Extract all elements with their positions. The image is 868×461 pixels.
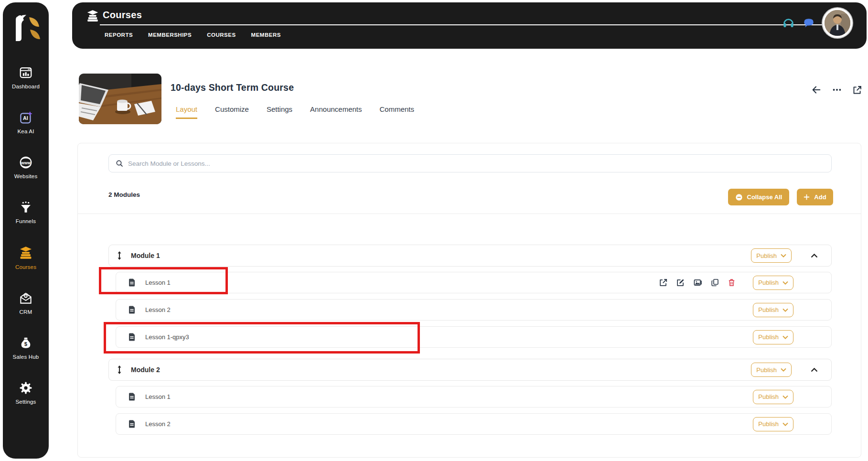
kea-ai-icon: AI <box>19 110 33 125</box>
card-divider <box>78 214 861 214</box>
tab-layout[interactable]: Layout <box>176 105 197 119</box>
header-divider <box>100 24 824 25</box>
collapse-all-label: Collapse All <box>747 193 782 201</box>
lesson-row[interactable]: Lesson 1-qpxy3 Publish <box>116 326 832 348</box>
lesson-document-icon <box>129 420 135 428</box>
back-button[interactable] <box>811 85 822 95</box>
publish-label: Publish <box>758 279 779 286</box>
tab-settings[interactable]: Settings <box>267 105 292 119</box>
delete-lesson-icon[interactable] <box>728 278 736 287</box>
publish-select[interactable]: Publish <box>751 248 792 263</box>
svg-text:$: $ <box>24 341 28 347</box>
lesson-document-icon <box>129 393 135 401</box>
sidebar-item-kea-ai[interactable]: AI Kea AI <box>3 110 49 134</box>
sidebar-item-funnels[interactable]: Funnels <box>3 200 49 224</box>
kea-logo[interactable] <box>9 12 43 45</box>
duplicate-lesson-icon[interactable] <box>711 278 719 287</box>
dashboard-icon <box>19 65 33 80</box>
user-avatar[interactable] <box>823 8 852 38</box>
svg-text:www: www <box>21 161 31 165</box>
sidebar-item-dashboard[interactable]: Dashboard <box>3 65 49 89</box>
module-name: Module 2 <box>131 366 160 374</box>
module-row-1: Module 1 Publish <box>108 245 832 267</box>
crm-icon <box>19 291 33 305</box>
headset-icon[interactable] <box>782 17 795 30</box>
search-bar <box>108 154 832 172</box>
publish-select[interactable]: Publish <box>753 276 793 290</box>
lesson-name: Lesson 1-qpxy3 <box>145 333 189 341</box>
money-bag-icon: $ <box>19 336 33 350</box>
course-layout-card: 2 Modules Collapse All Add Module 1 Publ… <box>77 143 861 458</box>
header-nav: REPORTS MEMBERSHIPS COURSES MEMBERS <box>105 32 281 38</box>
search-input[interactable] <box>128 160 808 167</box>
publish-select[interactable]: Publish <box>753 303 793 317</box>
lesson-row[interactable]: Lesson 1 Publish <box>116 272 832 293</box>
lesson-row[interactable]: Lesson 2 Publish <box>116 413 832 435</box>
collapse-all-button[interactable]: Collapse All <box>728 189 789 205</box>
nav-courses[interactable]: COURSES <box>207 32 236 38</box>
modules-count: 2 Modules <box>108 191 140 198</box>
search-icon <box>116 160 123 167</box>
page-title: Courses <box>103 10 142 21</box>
sidebar-item-label: Dashboard <box>12 84 40 89</box>
sidebar-item-courses[interactable]: Courses <box>3 245 49 270</box>
open-lesson-icon[interactable] <box>659 278 668 287</box>
sidebar-item-label: Courses <box>15 264 36 270</box>
header-right <box>782 8 852 38</box>
module-row-2: Module 2 Publish <box>108 359 832 381</box>
add-button[interactable]: Add <box>797 189 833 205</box>
course-thumbnail <box>79 74 161 124</box>
lesson-name: Lesson 1 <box>145 279 171 286</box>
publish-select[interactable]: Publish <box>753 417 793 431</box>
chat-icon[interactable] <box>803 17 815 29</box>
more-options-button[interactable] <box>832 85 842 95</box>
tab-announcements[interactable]: Announcements <box>310 105 362 119</box>
lesson-actions <box>659 278 736 287</box>
publish-label: Publish <box>758 420 779 428</box>
settings-gear-icon <box>19 381 33 395</box>
chevron-down-icon <box>782 281 788 285</box>
sidebar-item-crm[interactable]: CRM <box>3 291 49 315</box>
chevron-down-icon <box>782 422 788 426</box>
svg-text:AI: AI <box>23 115 28 121</box>
minus-circle-icon <box>735 193 743 201</box>
open-external-button[interactable] <box>852 85 862 95</box>
chevron-up-icon <box>811 368 818 372</box>
nav-reports[interactable]: REPORTS <box>105 32 133 38</box>
course-title: 10-days Short Term Course <box>171 82 294 93</box>
publish-label: Publish <box>758 393 779 400</box>
publish-select[interactable]: Publish <box>753 390 793 404</box>
tab-comments[interactable]: Comments <box>380 105 415 119</box>
collapse-module-button[interactable] <box>811 368 818 372</box>
sidebar-item-label: CRM <box>20 309 32 315</box>
lesson-row[interactable]: Lesson 1 Publish <box>116 386 832 407</box>
sidebar-item-sales-hub[interactable]: $ Sales Hub <box>3 336 49 360</box>
course-tabs: Layout Customize Settings Announcements … <box>176 105 414 119</box>
courses-header-icon <box>86 9 100 23</box>
sidebar-item-websites[interactable]: www Websites <box>3 155 49 179</box>
lesson-row[interactable]: Lesson 2 Publish <box>116 299 832 321</box>
top-header: Courses REPORTS MEMBERSHIPS COURSES MEMB… <box>72 2 867 49</box>
lesson-document-icon <box>129 306 135 314</box>
edit-lesson-icon[interactable] <box>676 278 685 287</box>
sidebar-item-label: Sales Hub <box>13 354 39 360</box>
courses-books-icon <box>18 245 33 260</box>
nav-members[interactable]: MEMBERS <box>251 32 281 38</box>
publish-label: Publish <box>758 333 779 341</box>
chevron-down-icon <box>781 368 786 372</box>
lesson-document-icon <box>129 279 135 287</box>
drag-handle-icon[interactable] <box>117 251 122 260</box>
publish-label: Publish <box>758 306 779 313</box>
publish-select[interactable]: Publish <box>753 330 793 344</box>
lesson-name: Lesson 2 <box>145 420 171 428</box>
sidebar-item-settings[interactable]: Settings <box>3 381 49 405</box>
lesson-media-icon[interactable] <box>693 278 703 287</box>
sidebar-item-label: Kea AI <box>17 129 34 134</box>
publish-select[interactable]: Publish <box>751 363 792 377</box>
tab-customize[interactable]: Customize <box>215 105 249 119</box>
module-name: Module 1 <box>131 252 160 259</box>
drag-handle-icon[interactable] <box>117 365 122 375</box>
collapse-module-button[interactable] <box>811 254 818 258</box>
chevron-down-icon <box>782 335 788 339</box>
nav-memberships[interactable]: MEMBERSHIPS <box>148 32 192 38</box>
